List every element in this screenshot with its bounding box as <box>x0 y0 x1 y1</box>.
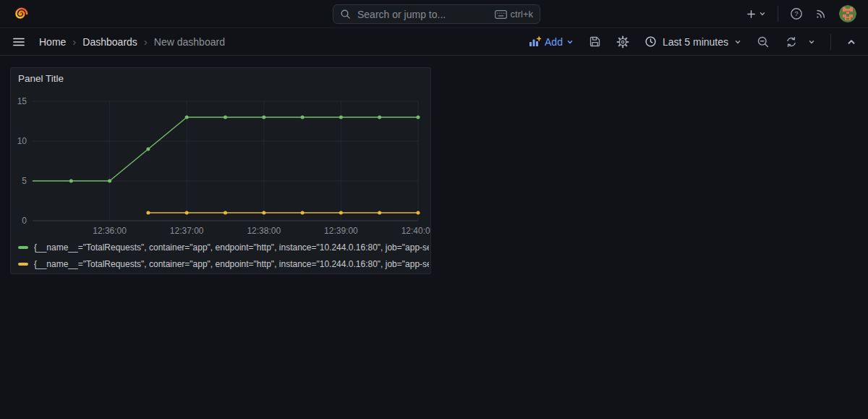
svg-text:?: ? <box>794 9 798 17</box>
new-menu-button[interactable] <box>746 9 766 20</box>
chevron-down-icon <box>566 38 574 46</box>
chart-legend: {__name__="TotalRequests", container="ap… <box>18 239 429 272</box>
legend-swatch <box>18 246 28 249</box>
gear-icon <box>616 35 629 48</box>
breadcrumb-separator: › <box>72 36 76 47</box>
svg-text:15: 15 <box>17 96 27 106</box>
floppy-save-icon <box>589 35 601 48</box>
svg-text:12:37:00: 12:37:00 <box>170 226 204 236</box>
question-circle-icon: ? <box>790 7 803 20</box>
timeseries-chart[interactable]: 05101512:36:0012:37:0012:38:0012:39:0012… <box>11 68 430 236</box>
chevron-down-icon <box>734 38 741 46</box>
refresh-interval-dropdown[interactable] <box>808 38 815 46</box>
chevron-up-icon <box>846 37 856 47</box>
svg-text:10: 10 <box>17 136 27 146</box>
nav-divider <box>778 6 778 22</box>
legend-label: {__name__="TotalRequests", container="ap… <box>34 242 429 253</box>
plus-icon <box>746 9 757 20</box>
add-panel-button[interactable]: Add <box>529 36 574 48</box>
chevron-down-icon <box>808 38 815 46</box>
rss-icon <box>814 7 827 20</box>
chevron-down-icon <box>759 10 766 17</box>
refresh-dashboard-button[interactable] <box>785 35 798 48</box>
hamburger-icon <box>12 35 26 49</box>
svg-text:12:39:00: 12:39:00 <box>324 226 358 236</box>
keyboard-shortcut-badge: ctrl+k <box>495 9 533 20</box>
top-nav-bar: ctrl+k ? <box>0 0 868 28</box>
search-bar[interactable]: ctrl+k <box>333 4 540 24</box>
clock-icon <box>644 35 657 48</box>
search-icon <box>340 9 351 20</box>
legend-label: {__name__="TotalRequests", container="ap… <box>34 259 429 269</box>
dashboard-canvas: Panel Title 05101512:36:0012:37:0012:38:… <box>0 56 868 274</box>
legend-row[interactable]: {__name__="TotalRequests", container="ap… <box>18 239 429 255</box>
help-button[interactable]: ? <box>790 7 803 20</box>
breadcrumb-item-home[interactable]: Home <box>39 36 66 48</box>
legend-swatch <box>18 263 28 266</box>
user-avatar[interactable] <box>839 5 856 22</box>
svg-text:0: 0 <box>22 216 27 226</box>
mega-menu-button[interactable] <box>12 35 26 49</box>
news-button[interactable] <box>814 7 827 20</box>
collapse-toolbar-button[interactable] <box>846 37 856 47</box>
add-button-label: Add <box>545 36 563 48</box>
breadcrumb-item-current: New dashboard <box>154 36 225 48</box>
toolbar-divider <box>830 34 831 50</box>
breadcrumb-item-dashboards[interactable]: Dashboards <box>82 36 137 48</box>
svg-text:5: 5 <box>22 176 27 186</box>
time-range-picker[interactable]: Last 5 minutes <box>644 35 741 48</box>
legend-row[interactable]: {__name__="TotalRequests", container="ap… <box>18 255 429 272</box>
zoom-out-time-button[interactable] <box>757 35 770 48</box>
save-dashboard-button[interactable] <box>589 35 601 48</box>
svg-text:12:36:00: 12:36:00 <box>93 226 127 236</box>
graph-bar-plus-icon <box>529 36 541 47</box>
breadcrumb: Home › Dashboards › New dashboard <box>39 36 225 48</box>
keyboard-icon <box>495 10 507 19</box>
timeseries-panel[interactable]: Panel Title 05101512:36:0012:37:0012:38:… <box>10 67 431 274</box>
dashboard-settings-button[interactable] <box>616 35 629 48</box>
time-range-label: Last 5 minutes <box>663 36 728 48</box>
svg-text:12:38:00: 12:38:00 <box>247 226 281 236</box>
search-input[interactable] <box>356 8 490 21</box>
svg-text:12:40:00: 12:40:00 <box>401 226 430 236</box>
dashboard-toolbar: Home › Dashboards › New dashboard Add <box>0 28 868 56</box>
zoom-out-icon <box>757 35 770 48</box>
breadcrumb-separator: › <box>144 36 148 47</box>
refresh-icon <box>785 35 798 48</box>
grafana-logo-icon[interactable] <box>12 4 30 23</box>
